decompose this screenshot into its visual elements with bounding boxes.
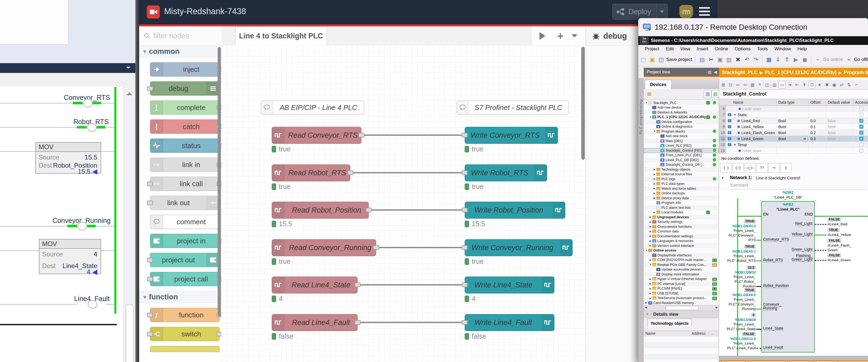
new-project-icon[interactable]: ▢ xyxy=(639,55,647,64)
palette-section-function[interactable]: ▾function xyxy=(139,291,221,303)
palette-node-catch[interactable]: catch xyxy=(150,119,220,134)
favorite-1-icon[interactable]: ┤/├ xyxy=(733,163,744,172)
tree-item-stacklight-control-fb1-[interactable]: ▣Stacklight_Control [FB1] xyxy=(644,148,719,153)
accessible-checkbox[interactable] xyxy=(859,143,863,147)
palette-node-status[interactable]: status xyxy=(150,139,220,153)
tree-item-com-rs232-ppi-multi-master-c-[interactable]: ▶COM [RS232/PPI multi-master c...? xyxy=(644,258,719,263)
stop-cpu-icon[interactable]: ◼ xyxy=(801,55,809,64)
tree-collapsed-icon[interactable]: ▶ xyxy=(650,230,652,233)
tree-collapsed-icon[interactable]: ▶ xyxy=(654,187,656,190)
menu-help[interactable]: Help xyxy=(797,46,807,52)
flow-canvas[interactable]: AB EIP/CIP - Line 4 PLCS7 Profinet - Sta… xyxy=(221,46,586,362)
palette-node-switch[interactable]: switch xyxy=(150,327,220,341)
tree-collapsed-icon[interactable]: ▶ xyxy=(650,240,652,242)
tree-collapsed-icon[interactable]: ▶ xyxy=(650,287,652,290)
tree-collapsed-icon[interactable]: ▶ xyxy=(650,297,652,299)
write-node[interactable]: Write Line4_State xyxy=(465,277,554,294)
tree-item-hyper-v-virtual-ethernet-adapter[interactable]: ▶Hyper-V Virtual Ethernet Adapter xyxy=(644,277,719,282)
tree-item-local-modules[interactable]: ▶Local modules✓ xyxy=(644,210,719,215)
output-coil[interactable] xyxy=(83,99,93,108)
undo-icon[interactable]: ↶ xyxy=(743,55,751,64)
var-row-11[interactable]: 110Line4_GreenBool▤0.3false✓ xyxy=(719,136,868,142)
tree-collapsed-icon[interactable]: ▶ xyxy=(650,244,652,247)
wire[interactable] xyxy=(364,135,462,136)
breadcrumb-item[interactable]: PLC_1 [CPU 1212C AC/DC/Rly] xyxy=(765,70,836,75)
input-port[interactable] xyxy=(462,320,468,325)
palette-scrollbar[interactable] xyxy=(218,47,221,316)
tree-item-version-control-interface[interactable]: ▶⑂Version control interface xyxy=(644,243,719,248)
tree-item-add-new-block[interactable]: ✦Add new block xyxy=(644,134,719,139)
accessible-checkbox[interactable] xyxy=(859,107,863,111)
tree-item-line4-plc-fb2-[interactable]: ▣Line4_PLC [FB2] xyxy=(644,143,719,148)
compile-icon[interactable]: ▦ xyxy=(765,55,773,64)
input-port[interactable] xyxy=(147,201,153,205)
go-online-label[interactable]: Go online xyxy=(823,57,843,62)
ladder-canvas[interactable]: Conveyor_RTSRobot_RTSConveyor_RunningLin… xyxy=(0,87,124,362)
tree-item-online-access[interactable]: ▼⌗Online access xyxy=(644,248,719,253)
editor-tool-3-icon[interactable]: ≕ xyxy=(742,81,748,88)
editor-tool-11-icon[interactable]: ⇞ xyxy=(801,81,808,88)
filter-nodes-input[interactable] xyxy=(153,32,214,40)
tree-item-plc-1-cpu-1212c-ac-dc-rly-[interactable]: ▼▮PLC_1 [CPU 1212C AC/DC/Rly]✓ xyxy=(644,115,719,120)
tree-expand-icon[interactable]: ▤ xyxy=(711,90,719,98)
tree-item-program-info[interactable]: iProgram info xyxy=(644,201,719,205)
editor-tool-10-icon[interactable]: ⇤ xyxy=(794,81,800,88)
tree-item-card-reader-usb-memory[interactable]: ▶▭Card Reader/USB memory xyxy=(644,301,719,305)
breadcrumb-item[interactable]: Program blocks xyxy=(844,70,868,75)
palette-node-complete[interactable]: complete xyxy=(150,101,220,115)
palette-node-function[interactable]: ffunction xyxy=(150,308,220,322)
read-node[interactable]: Read Line4_State xyxy=(272,277,358,294)
tree-item-device-configuration[interactable]: ▥Device configuration xyxy=(644,119,719,124)
breadcrumb-item[interactable]: Stacklight_PLC xyxy=(722,70,758,75)
tree-collapsed-icon[interactable]: ▶ xyxy=(654,168,656,171)
flow-tab[interactable]: Line 4 to Stacklight PLC xyxy=(235,26,327,46)
tree-pin-icon[interactable]: ▥ xyxy=(708,70,711,75)
mov-instruction[interactable]: MOVSource15.5DestRobot_Position15.5 ◀ xyxy=(35,142,101,174)
tree-item-add-new-device[interactable]: ✦Add new device xyxy=(644,105,719,110)
tree-collapsed-icon[interactable]: ▶ xyxy=(650,216,652,218)
var-row-10[interactable]: 100Line4_Flash_GreenBool0.2false✓ xyxy=(719,130,868,136)
tree-collapsed-icon[interactable]: ▶ xyxy=(654,197,656,199)
input-port[interactable] xyxy=(147,86,153,91)
palette-node-link-call[interactable]: link call xyxy=(150,177,220,191)
tree-collapsed-icon[interactable]: ▶ xyxy=(654,178,656,180)
wire[interactable] xyxy=(353,172,462,173)
editor-tool-1-icon[interactable]: ⊟ xyxy=(727,81,734,88)
comment-node[interactable]: AB EIP/CIP - Line 4 PLC xyxy=(261,101,364,114)
start-cpu-icon[interactable]: ▶ xyxy=(792,55,800,64)
debug-tab-title[interactable]: debug xyxy=(603,32,627,40)
editor-tool-14-icon[interactable]: ✖ xyxy=(824,81,830,88)
tree-collapsed-icon[interactable]: ▶ xyxy=(650,282,652,285)
palette-node-project-in[interactable]: project in xyxy=(150,234,220,248)
tree-expanded-icon[interactable]: ▼ xyxy=(650,263,652,266)
tree-expanded-icon[interactable]: ▼ xyxy=(654,130,656,133)
editor-tool-17-icon[interactable]: ⇅ xyxy=(846,81,852,88)
collapse-caret-icon[interactable] xyxy=(126,67,130,71)
tab-technology-objects[interactable]: Technology objects xyxy=(648,319,692,327)
menu-tools[interactable]: Tools xyxy=(757,46,768,52)
tree-item-cross-device-functions[interactable]: ▶✕Cross-device functions xyxy=(644,224,719,229)
wire[interactable] xyxy=(372,209,462,211)
tree-expanded-icon[interactable]: ▼ xyxy=(645,249,648,252)
tree-item-online-diagnostics[interactable]: ◉Online & diagnostics xyxy=(644,124,719,129)
output-port[interactable] xyxy=(359,133,365,137)
editor-tool-4-icon[interactable]: ▦ xyxy=(749,81,756,88)
output-port[interactable] xyxy=(217,332,222,336)
tree-expanded-icon[interactable]: ▼ xyxy=(650,116,652,118)
output-port[interactable] xyxy=(354,320,361,325)
input-port[interactable] xyxy=(462,170,468,175)
accessible-checkbox[interactable]: ✓ xyxy=(859,137,863,141)
read-node[interactable]: Read Conveyor_Running xyxy=(272,239,376,256)
read-node[interactable]: Read Conveyor_RTS xyxy=(272,127,362,144)
tree-item-languages-resources[interactable]: ▶◍Languages & resources xyxy=(644,239,719,244)
ladder-scrollbar[interactable] xyxy=(124,87,135,362)
avatar[interactable]: rm xyxy=(679,5,693,18)
tree-filter-icon[interactable]: ▦ xyxy=(646,90,653,98)
write-node[interactable]: Write Robot_RTS xyxy=(465,164,547,181)
palette-node-project-out[interactable]: project out xyxy=(150,253,220,267)
upload-icon[interactable]: ⇑ xyxy=(783,55,791,64)
menu-project[interactable]: Project xyxy=(645,46,659,52)
output-port[interactable] xyxy=(347,170,353,175)
tree-collapsed-icon[interactable]: ▶ xyxy=(650,235,652,238)
favorite-2-icon[interactable]: ─( )─ xyxy=(744,163,756,172)
